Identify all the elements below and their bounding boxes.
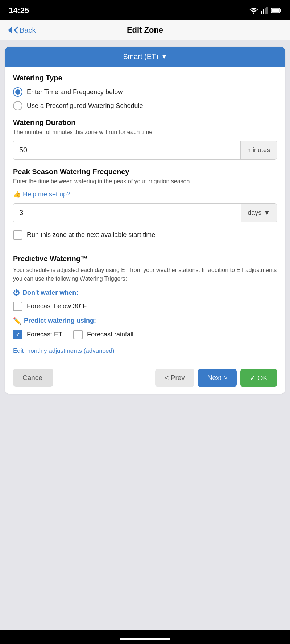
- peak-frequency-input[interactable]: [13, 204, 241, 222]
- prev-button[interactable]: < Prev: [155, 369, 194, 387]
- predict-using-text: Predict watering using:: [24, 317, 96, 325]
- forecast-et-checkbox[interactable]: Forecast ET: [13, 330, 62, 339]
- signal-icon: [261, 7, 268, 14]
- forecast-et-label: Forecast ET: [27, 331, 62, 338]
- forecast-rainfall-label: Forecast rainfall: [87, 331, 133, 338]
- peak-frequency-input-row: days ▼: [13, 203, 277, 222]
- help-link-text: 👍 Help me set up?: [13, 190, 70, 198]
- peak-frequency-desc: Enter the time between watering in the p…: [13, 177, 277, 185]
- help-link[interactable]: 👍 Help me set up?: [13, 190, 277, 198]
- nav-bar: Back Edit Zone: [0, 20, 290, 40]
- forecast-rainfall-checkbox[interactable]: Forecast rainfall: [73, 330, 133, 339]
- back-label: Back: [20, 26, 36, 34]
- svg-rect-0: [261, 11, 262, 14]
- svg-rect-6: [272, 9, 279, 12]
- next-button[interactable]: Next >: [198, 369, 237, 387]
- watering-type-title: Watering Type: [13, 74, 277, 82]
- back-button[interactable]: Back: [7, 26, 36, 34]
- predict-using-label: ✏️ Predict watering using:: [13, 317, 277, 325]
- dont-water-label: ⏻ Don't water when:: [13, 289, 277, 297]
- watering-duration-unit: minutes: [240, 141, 277, 159]
- watering-type-option1[interactable]: Enter Time and Frequency below: [13, 87, 277, 97]
- footer-buttons: Cancel < Prev Next > ✓ OK: [5, 362, 285, 394]
- predictive-desc: Your schedule is adjusted each day using…: [13, 266, 277, 283]
- watering-duration-desc: The number of minutes this zone will run…: [13, 128, 277, 136]
- right-buttons: < Prev Next > ✓ OK: [155, 369, 277, 387]
- radio-option2-circle: [13, 101, 22, 110]
- dont-water-text: Don't water when:: [22, 289, 78, 297]
- svg-rect-1: [263, 9, 264, 14]
- forecast-below-box: [13, 302, 22, 311]
- home-indicator: [120, 638, 170, 640]
- forecast-et-box: [13, 330, 22, 339]
- home-indicator-area: [0, 630, 290, 644]
- dont-water-icon: ⏻: [13, 289, 20, 297]
- predict-using-icon: ✏️: [13, 317, 21, 325]
- divider: [13, 247, 277, 247]
- form-content: Watering Type Enter Time and Frequency b…: [5, 67, 285, 362]
- back-chevron-icon: [14, 26, 18, 34]
- svg-rect-5: [280, 9, 281, 12]
- watering-duration-input[interactable]: [13, 141, 240, 159]
- watering-duration-label: Watering Duration: [13, 118, 277, 127]
- forecast-below-checkbox[interactable]: Forecast below 30°F: [13, 302, 277, 311]
- forecast-rainfall-box: [73, 330, 83, 339]
- watering-type-option2-label: Use a Preconfigured Watering Schedule: [27, 102, 143, 110]
- peak-frequency-dropdown-arrow: ▼: [264, 209, 270, 217]
- ok-button[interactable]: ✓ OK: [240, 369, 277, 387]
- predictive-title: Predictive Watering™: [13, 255, 277, 263]
- forecast-below-label: Forecast below 30°F: [27, 302, 87, 310]
- advanced-link[interactable]: Edit monthly adjustments (advanced): [13, 347, 115, 355]
- svg-rect-3: [266, 7, 268, 14]
- smart-et-label: Smart (ET): [123, 53, 158, 61]
- peak-frequency-unit-label: days: [248, 209, 261, 217]
- battery-icon: [271, 8, 281, 13]
- status-time: 14:25: [9, 6, 29, 15]
- run-next-available-checkbox[interactable]: Run this zone at the next available star…: [13, 230, 277, 240]
- status-icons: [249, 7, 281, 14]
- page-title: Edit Zone: [127, 25, 163, 35]
- advanced-link-text: Edit monthly adjustments (advanced): [13, 347, 115, 354]
- watering-type-option2[interactable]: Use a Preconfigured Watering Schedule: [13, 101, 277, 110]
- run-next-available-label: Run this zone at the next available star…: [27, 231, 155, 239]
- watering-duration-input-row: minutes: [13, 141, 277, 160]
- run-next-available-box: [13, 230, 22, 240]
- dropdown-arrow-icon: ▼: [161, 54, 167, 60]
- peak-frequency-label: Peak Season Watering Frequency: [13, 168, 277, 176]
- cancel-button[interactable]: Cancel: [13, 369, 53, 387]
- wifi-icon: [249, 7, 258, 14]
- main-card: Smart (ET) ▼ Watering Type Enter Time an…: [5, 47, 285, 394]
- peak-frequency-unit[interactable]: days ▼: [241, 204, 277, 222]
- predict-checkboxes-row: Forecast ET Forecast rainfall: [13, 330, 277, 339]
- radio-option1-circle: [13, 87, 22, 97]
- svg-rect-2: [265, 8, 266, 14]
- smart-et-dropdown[interactable]: Smart (ET) ▼: [5, 47, 285, 67]
- watering-type-option1-label: Enter Time and Frequency below: [27, 88, 123, 96]
- status-bar: 14:25: [0, 0, 290, 20]
- watering-type-options: Enter Time and Frequency below Use a Pre…: [13, 87, 277, 110]
